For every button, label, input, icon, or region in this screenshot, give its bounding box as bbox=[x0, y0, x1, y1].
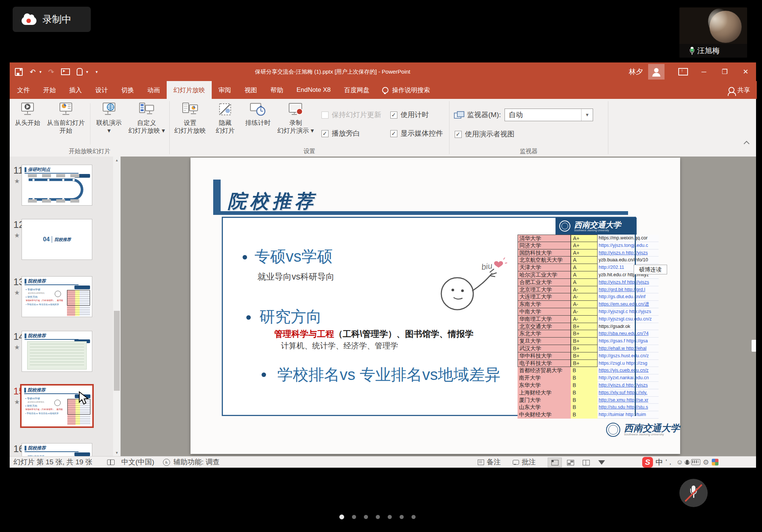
carousel-dot[interactable] bbox=[376, 515, 380, 519]
hide-slide-button[interactable]: 隐藏幻灯片 bbox=[209, 100, 241, 136]
ime-panel-grid-icon[interactable] bbox=[712, 459, 718, 465]
customize-qat-button[interactable]: ▾ bbox=[96, 70, 98, 74]
monitor-select[interactable]: 自动 ▼ bbox=[505, 109, 593, 121]
ime-mode-chinese[interactable]: 中 bbox=[656, 457, 663, 467]
tab-视图[interactable]: 视图 bbox=[238, 81, 264, 99]
share-button[interactable]: 共享 bbox=[729, 81, 750, 99]
table-row: 清华大学A+https://mp.weixin.qq.cor bbox=[518, 235, 659, 242]
close-button[interactable]: ✕ bbox=[735, 62, 756, 81]
page-dots-carousel[interactable] bbox=[339, 515, 416, 519]
undo-dropdown[interactable]: ▾ bbox=[39, 70, 42, 74]
carousel-dot[interactable] bbox=[412, 515, 416, 519]
table-row: 北京交通大学B+https://gsadr.ok bbox=[518, 323, 659, 331]
tab-开始[interactable]: 开始 bbox=[36, 81, 63, 99]
sogou-logo-icon[interactable]: S bbox=[642, 457, 653, 468]
checkbox-keep-slides-updated[interactable]: 保持幻灯片更新 bbox=[321, 110, 381, 120]
tab-幻灯片放映[interactable]: 幻灯片放映 bbox=[167, 81, 212, 99]
participant-video[interactable]: 汪旭梅 bbox=[679, 7, 747, 58]
animation-star-icon: ★ bbox=[14, 232, 20, 239]
comments-button[interactable]: 批注 bbox=[513, 457, 536, 468]
slideshow-view-button[interactable] bbox=[595, 458, 609, 467]
checkbox-box: ✓ bbox=[390, 112, 397, 119]
ime-punctuation[interactable]: '， bbox=[666, 458, 673, 467]
slide-thumbnail-12[interactable]: 04 院校推荐 bbox=[22, 219, 92, 260]
scroll-down-arrow[interactable]: ▼ bbox=[113, 449, 121, 457]
table-row: 武汉大学B+http://ehall.w http://ehal bbox=[518, 345, 659, 352]
notes-button[interactable]: 备注 bbox=[478, 457, 501, 468]
undo-button[interactable]: ↶ bbox=[28, 67, 37, 76]
start-slideshow-button[interactable] bbox=[61, 67, 70, 76]
tell-me-search[interactable]: 操作说明搜索 bbox=[376, 81, 436, 99]
carousel-dot[interactable] bbox=[352, 515, 356, 519]
tab-设计[interactable]: 设计 bbox=[89, 81, 115, 99]
set-up-slideshow-button[interactable]: 设置幻灯片放映 bbox=[171, 100, 209, 136]
tab-EndNote X8[interactable]: EndNote X8 bbox=[290, 81, 337, 99]
scroll-up-arrow[interactable]: ▲ bbox=[113, 157, 121, 164]
reading-view-button[interactable] bbox=[579, 458, 593, 467]
touch-mode-dropdown[interactable]: ▾ bbox=[86, 70, 89, 74]
normal-view-button[interactable] bbox=[548, 458, 562, 467]
gear-icon[interactable]: ⚙ bbox=[703, 458, 709, 466]
rehearse-timings-button[interactable]: 排练计时 bbox=[241, 100, 274, 128]
tab-动画[interactable]: 动画 bbox=[141, 81, 167, 99]
microphone-icon bbox=[690, 47, 694, 55]
slide-editing-area[interactable]: 院校推荐 专硕vs学硕 就业导向vs科研导向 研究方向 管理科学与工程（工科\管… bbox=[121, 157, 756, 457]
redo-button[interactable]: ↷ bbox=[47, 67, 56, 76]
carousel-dot[interactable] bbox=[339, 515, 344, 519]
participant-name: 汪旭梅 bbox=[697, 46, 720, 56]
table-row: 大连理工大学A-http://gs.dlut.edu.cn/inf bbox=[518, 293, 659, 301]
slide-thumbnail-11[interactable]: 保研时间点 bbox=[22, 165, 92, 206]
tab-审阅[interactable]: 审阅 bbox=[212, 81, 238, 99]
touch-mode-button[interactable] bbox=[75, 67, 84, 76]
present-online-button[interactable]: 联机演示▾ bbox=[93, 100, 125, 136]
restore-button[interactable]: ❐ bbox=[714, 62, 735, 81]
ribbon-display-options-button[interactable] bbox=[673, 62, 694, 81]
accessibility-status[interactable]: 辅助功能: 调查 bbox=[173, 457, 220, 468]
hide-slide-icon bbox=[217, 102, 234, 117]
account-name[interactable]: 林夕 bbox=[629, 67, 643, 77]
slide-thumbnail-13[interactable]: 院校推荐 • 专硕vs学硕就业导向vs科研导向 • 研究方向管理科学与工程（工科… bbox=[22, 276, 92, 317]
accessibility-icon[interactable]: ♿ bbox=[163, 457, 170, 468]
language-indicator[interactable]: 中文(中国) bbox=[121, 457, 154, 468]
thumbnail-scrollbar[interactable]: ▲ ▼ bbox=[113, 157, 121, 457]
slide-thumbnail-14[interactable]: 院校推荐 bbox=[22, 331, 92, 372]
stopwatch-icon bbox=[249, 102, 266, 117]
tab-帮助[interactable]: 帮助 bbox=[264, 81, 290, 99]
record-slideshow-button[interactable]: 录制幻灯片演示 ▾ bbox=[274, 100, 317, 136]
mute-microphone-button[interactable] bbox=[679, 479, 708, 507]
account-avatar-icon[interactable] bbox=[648, 64, 665, 80]
table-row: 中央财经大学Bhttp://tuimiar http://tuim bbox=[518, 411, 659, 419]
slide-sorter-view-button[interactable] bbox=[563, 458, 577, 467]
slide-thumbnail-15-selected[interactable]: 院校推荐 • 专硕vs学硕就业导向vs科研导向 • 研究方向管理科学与工程（工科… bbox=[20, 384, 94, 428]
tab-切换[interactable]: 切换 bbox=[115, 81, 141, 99]
minimize-button[interactable]: ─ bbox=[694, 62, 714, 81]
checkbox-use-presenter-view[interactable]: ✓ 使用演示者视图 bbox=[455, 129, 593, 139]
voice-input-icon[interactable] bbox=[686, 460, 689, 465]
tab-百度网盘[interactable]: 百度网盘 bbox=[337, 81, 376, 99]
carousel-dot[interactable] bbox=[400, 515, 404, 519]
save-button[interactable] bbox=[14, 67, 23, 76]
emoji-icon[interactable]: ☺ bbox=[676, 458, 683, 466]
checkbox-use-timings[interactable]: ✓ 使用计时 bbox=[390, 110, 443, 120]
chevron-down-icon[interactable]: ▼ bbox=[581, 109, 593, 121]
from-beginning-button[interactable]: 从头开始 bbox=[11, 100, 44, 128]
carousel-dot[interactable] bbox=[388, 515, 392, 519]
university-emblem-icon bbox=[606, 423, 620, 437]
slide-thumbnail-16[interactable]: 院校推荐 • 调剂/ 保底选择 bbox=[22, 443, 92, 457]
collapse-ribbon-button[interactable] bbox=[744, 140, 749, 145]
monitor-icon bbox=[454, 111, 464, 119]
proofing-icon[interactable] bbox=[107, 457, 115, 468]
tab-插入[interactable]: 插入 bbox=[63, 81, 89, 99]
checkbox-show-media-controls[interactable]: ✓ 显示媒体控件 bbox=[390, 129, 443, 138]
canvas-scroll-handle[interactable] bbox=[752, 340, 756, 352]
custom-slideshow-button[interactable]: 自定义幻灯片放映 ▾ bbox=[125, 100, 168, 136]
scrollbar-thumb[interactable] bbox=[114, 311, 120, 391]
from-current-slide-button[interactable]: 从当前幻灯片开始 bbox=[44, 100, 88, 136]
checkbox-play-narrations[interactable]: ✓ 播放旁白 bbox=[321, 129, 381, 138]
bullet-1: 专硕vs学硕 bbox=[254, 246, 333, 267]
checkbox-box: ✓ bbox=[321, 130, 329, 137]
keyboard-icon[interactable] bbox=[691, 459, 700, 465]
tab-文件[interactable]: 文件 bbox=[10, 81, 36, 99]
comments-icon bbox=[513, 460, 519, 465]
carousel-dot[interactable] bbox=[364, 515, 368, 519]
